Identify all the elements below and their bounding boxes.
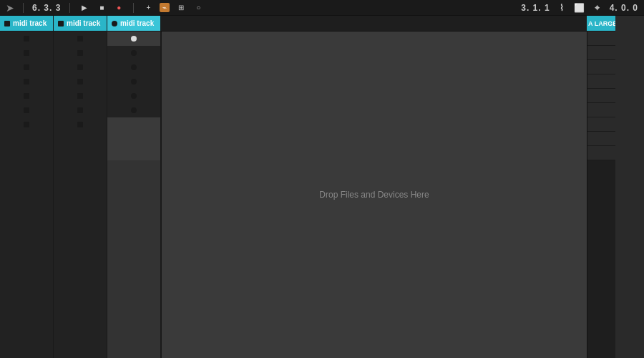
clip-6-1[interactable]: [0, 103, 54, 117]
clip-row-9: [0, 146, 161, 160]
record-button[interactable]: ●: [113, 2, 125, 14]
clip-btn: [131, 64, 137, 70]
right-panel-row-8: [587, 132, 615, 146]
track-header-2[interactable]: midi track: [54, 16, 107, 32]
main-area: midi track midi track midi track A LARGE…: [0, 16, 644, 358]
clip-btn: [77, 122, 83, 127]
clip-4-2[interactable]: [54, 74, 107, 89]
right-panel-row-6: [587, 103, 615, 117]
clip-5-1[interactable]: [0, 89, 54, 103]
clip-row-6: [0, 103, 161, 117]
right-panel-row-5: [587, 89, 615, 103]
right-panel-header: A LARGE S: [587, 16, 615, 32]
right-panel-row-9: [587, 146, 615, 160]
clip-3-2[interactable]: [54, 60, 107, 74]
track-clips-area: Drop Files and Devices Here: [0, 32, 615, 358]
clip-1-2[interactable]: [54, 32, 107, 46]
arrow-icon: ➤: [6, 2, 14, 14]
clip-row-4: [0, 74, 161, 89]
clip-2-1[interactable]: [0, 46, 54, 60]
right-panel-fill: [587, 160, 615, 358]
clip-6-3[interactable]: [107, 103, 161, 117]
clip-7-1[interactable]: [0, 117, 54, 132]
track-lanes: [0, 32, 161, 358]
clip-row-2: [0, 46, 161, 60]
right-panel-row-7: [587, 117, 615, 132]
add-button[interactable]: +: [142, 2, 154, 14]
clip-row-7: [0, 117, 161, 132]
right-panel: [587, 32, 615, 358]
track-header-3[interactable]: midi track: [107, 16, 161, 32]
clip-9-2[interactable]: [54, 146, 107, 160]
clip-row-3: [0, 60, 161, 74]
clip-2-3[interactable]: [107, 46, 161, 60]
clip-6-2[interactable]: [54, 103, 107, 117]
clip-9-3[interactable]: [107, 146, 161, 160]
right-panel-row-3: [587, 60, 615, 74]
clip-btn: [24, 64, 29, 70]
right-panel-row-2: [587, 46, 615, 60]
right-panel-row-1: [587, 32, 615, 46]
clip-btn: [77, 107, 83, 113]
clip-row-5: [0, 89, 161, 103]
clip-8-2[interactable]: [54, 132, 107, 146]
device-drop-zone[interactable]: Drop Files and Devices Here: [161, 32, 587, 358]
clip-btn: [77, 93, 83, 99]
clip-btn: [24, 122, 29, 127]
clip-btn: [131, 93, 137, 99]
play-button[interactable]: ▶: [79, 2, 90, 14]
track-headers: midi track midi track midi track A LARGE…: [0, 16, 615, 32]
clip-btn: [131, 79, 137, 84]
clip-7-2[interactable]: [54, 117, 107, 132]
clip-7-3[interactable]: [107, 117, 161, 132]
right-panel-row-4: [587, 74, 615, 89]
clip-btn: [77, 36, 83, 42]
extra1-button[interactable]: ⊞: [175, 2, 187, 14]
track-list: midi track midi track midi track A LARGE…: [0, 16, 615, 358]
clip-3-1[interactable]: [0, 60, 54, 74]
clip-4-3[interactable]: [107, 74, 161, 89]
clip-btn: [24, 93, 29, 99]
track-header-1[interactable]: midi track: [0, 16, 54, 32]
clip-5-3[interactable]: [107, 89, 161, 103]
top-bar: ➤ 6. 3. 3 ▶ ■ ● + ⌁ ⊞ ○ 3. 1. 1 ⌇ ⬜ ⌖ 4.…: [0, 0, 644, 16]
clip-btn: [77, 50, 83, 56]
clip-btn: [77, 64, 83, 70]
clip-2-2[interactable]: [54, 46, 107, 60]
clip-4-1[interactable]: [0, 74, 54, 89]
track-dot-1: [4, 21, 10, 26]
track-dot-2: [58, 21, 64, 26]
clip-3-3[interactable]: [107, 60, 161, 74]
clip-btn: [24, 50, 29, 56]
clip-btn: [131, 107, 137, 113]
clip-row-1: [0, 32, 161, 46]
clip-1-3[interactable]: [107, 32, 161, 46]
clip-btn: [24, 107, 29, 113]
clip-8-3[interactable]: [107, 132, 161, 146]
clip-5-2[interactable]: [54, 89, 107, 103]
track-dot-3: [112, 21, 117, 26]
clip-row-8: [0, 132, 161, 146]
clip-1-1[interactable]: [0, 32, 54, 46]
clip-btn: [131, 50, 137, 56]
clip-8-1[interactable]: [0, 132, 54, 146]
clip-btn: [24, 36, 29, 42]
loop-button[interactable]: ⌁: [160, 3, 170, 12]
position-display: 6. 3. 3: [32, 3, 61, 13]
clip-btn: [24, 79, 29, 84]
clip-btn: [131, 36, 137, 42]
device-area-header: [161, 16, 587, 32]
clip-btn: [77, 79, 83, 84]
right-position-display: 3. 1. 1 ⌇ ⬜ ⌖ 4. 0. 0: [521, 3, 638, 13]
extra2-button[interactable]: ○: [192, 2, 204, 14]
stop-button[interactable]: ■: [96, 2, 107, 14]
clip-9-1[interactable]: [0, 146, 54, 160]
